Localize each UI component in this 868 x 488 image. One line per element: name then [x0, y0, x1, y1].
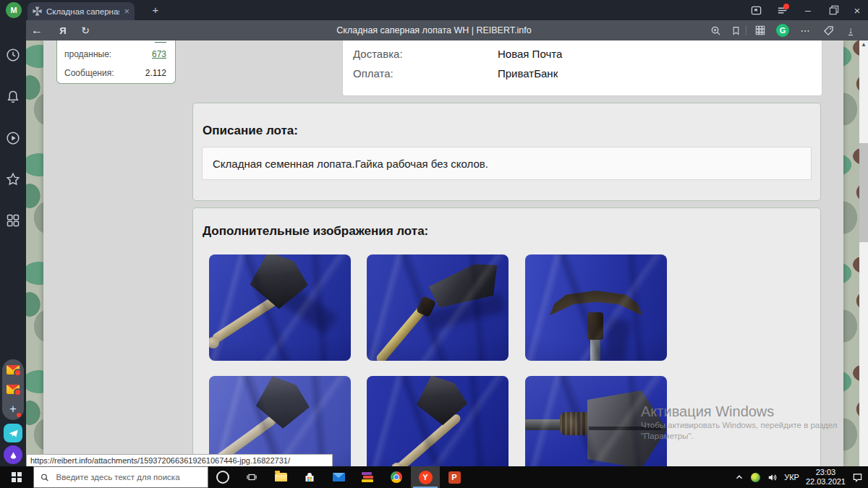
antivirus-tray-icon[interactable]	[751, 473, 760, 482]
payment-value: ПриватБанк	[498, 67, 558, 80]
add-account-button[interactable]: +	[2, 403, 24, 417]
close-button[interactable]: ×	[846, 0, 868, 20]
toolbar-divider	[746, 25, 746, 35]
back-button[interactable]: ←	[27, 20, 46, 40]
yandex-browser-button[interactable]: Y	[411, 466, 440, 488]
file-explorer-button[interactable]	[266, 466, 295, 488]
collections-grid-icon[interactable]	[751, 20, 770, 40]
link-status-tooltip: https://reibert.info/attachments/1593720…	[26, 454, 333, 467]
cortana-ring-icon	[216, 471, 229, 484]
seller-stats-card: проданные: 673 Сообщения: 2.112	[56, 40, 176, 84]
history-clock-icon[interactable]	[6, 48, 20, 62]
zoom-icon[interactable]	[706, 20, 725, 40]
alice-assistant-icon[interactable]	[4, 445, 22, 464]
lot-image-1[interactable]	[209, 254, 351, 361]
chrome-icon	[391, 471, 402, 483]
new-tab-button[interactable]: +	[149, 4, 162, 17]
lot-image-3[interactable]	[525, 254, 667, 361]
sold-count-link[interactable]: 673	[152, 49, 166, 59]
delivery-value: Новая Почта	[498, 48, 562, 60]
webpage-viewport: проданные: 673 Сообщения: 2.112 Доставка…	[26, 40, 868, 466]
mail-accounts-group: +	[2, 359, 24, 420]
store-bag-icon	[304, 471, 315, 483]
lot-image-4[interactable]	[209, 376, 351, 466]
yandex-mail-icon[interactable]	[7, 365, 20, 374]
avatar[interactable]: M	[6, 2, 22, 18]
services-grid-icon[interactable]	[6, 213, 20, 228]
notifications-feed-icon[interactable]	[771, 0, 793, 20]
extension-tag-icon[interactable]	[819, 20, 838, 40]
winrar-books-icon	[362, 472, 373, 483]
page-scrollbar[interactable]: ▲	[859, 40, 868, 466]
search-input[interactable]	[55, 472, 201, 482]
search-icon	[41, 473, 49, 482]
winrar-button[interactable]	[353, 466, 382, 488]
browser-sidebar: +	[0, 20, 26, 466]
language-indicator[interactable]: УКР	[784, 473, 799, 481]
refresh-button[interactable]: ↻	[77, 20, 94, 40]
clock[interactable]: 23:03 22.03.2021	[806, 468, 846, 487]
stats-label: Сообщения:	[64, 68, 114, 78]
tab-strip: M Складная саперная лоп × + – ×	[0, 0, 868, 20]
stats-label: проданные:	[64, 49, 111, 59]
system-tray: УКР 23:03 22.03.2021	[734, 468, 868, 487]
tray-date: 22.03.2021	[806, 477, 846, 486]
payment-label: Оплата:	[353, 67, 498, 80]
folder-icon	[275, 473, 287, 481]
truncated-link-sliver	[155, 40, 166, 43]
favorites-star-icon[interactable]	[6, 172, 20, 187]
images-heading: Дополнительные изображения лота:	[203, 224, 428, 239]
grammarly-icon[interactable]: G	[776, 24, 789, 37]
bookmark-icon[interactable]	[727, 20, 744, 40]
windows-taskbar: Y P УКР 23:03 22.03.2021	[0, 466, 868, 488]
mail-envelope-icon	[333, 473, 345, 481]
extensions-more-icon[interactable]: ⋯	[796, 20, 814, 40]
scroll-up-arrow[interactable]: ▲	[859, 41, 868, 48]
tray-time: 23:03	[816, 468, 836, 476]
notifications-bell-icon[interactable]	[6, 90, 20, 104]
cortana-button[interactable]	[208, 466, 237, 488]
tray-chevron-up-icon[interactable]	[734, 472, 744, 482]
tab-title: Складная саперная лоп	[46, 7, 119, 16]
tab-favicon-cross-icon	[33, 7, 42, 16]
task-view-icon	[246, 471, 258, 483]
additional-images-section: Дополнительные изображения лота:	[192, 207, 821, 466]
chrome-button[interactable]	[382, 466, 411, 488]
lot-image-2[interactable]	[367, 254, 509, 361]
mail-app-button[interactable]	[324, 466, 353, 488]
yandex-browser-icon: Y	[419, 471, 433, 484]
tab-close-icon[interactable]: ×	[124, 7, 129, 16]
windows-logo-icon	[12, 472, 22, 482]
side-panel-icon[interactable]	[745, 0, 767, 20]
yandex-mail-icon[interactable]	[7, 385, 20, 394]
messages-count: 2.112	[145, 68, 166, 78]
task-view-button[interactable]	[237, 466, 266, 488]
action-center-icon[interactable]	[852, 472, 863, 483]
powerpoint-button[interactable]: P	[440, 466, 469, 488]
restore-button[interactable]	[823, 0, 845, 20]
lot-info-card: Доставка: Новая Почта Оплата: ПриватБанк	[342, 40, 822, 96]
delivery-label: Доставка:	[353, 48, 498, 60]
description-heading: Описание лота:	[203, 124, 298, 138]
yandex-logo[interactable]: Я	[55, 20, 71, 40]
minimize-button[interactable]: –	[797, 0, 819, 20]
media-play-icon[interactable]	[6, 131, 20, 145]
description-text: Складная семенная лопата.Гайка рабочая б…	[202, 147, 812, 180]
microsoft-store-button[interactable]	[295, 466, 324, 488]
lot-image-5[interactable]	[367, 376, 509, 466]
taskbar-search[interactable]	[33, 466, 208, 488]
speaker-icon[interactable]	[767, 472, 778, 483]
telegram-icon[interactable]	[4, 424, 22, 442]
scrollbar-thumb[interactable]	[859, 143, 868, 242]
notification-red-dot	[783, 4, 789, 9]
browser-tab[interactable]: Складная саперная лоп ×	[27, 2, 135, 20]
lot-image-6[interactable]	[525, 376, 667, 466]
lot-description-section: Описание лота: Складная семенная лопата.…	[192, 103, 821, 201]
browser-toolbar: ← Я ↻ reibert.info Складная саперная лоп…	[0, 20, 868, 40]
start-button[interactable]	[0, 466, 33, 488]
download-icon[interactable]: ↓	[841, 20, 860, 40]
powerpoint-icon: P	[448, 471, 461, 484]
